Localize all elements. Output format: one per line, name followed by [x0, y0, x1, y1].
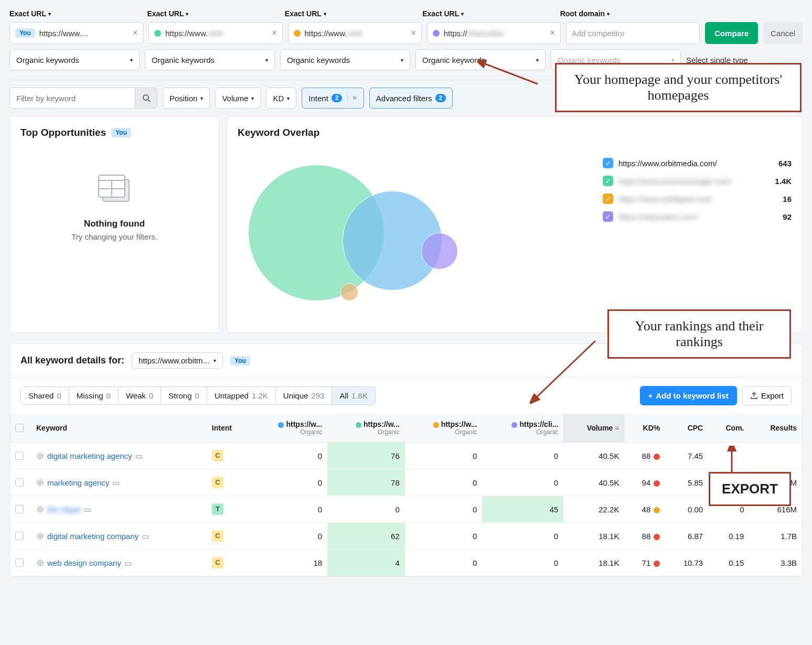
filter-keyword-input[interactable] — [9, 88, 135, 109]
url-type-5[interactable]: Root domain ▾ — [560, 9, 692, 18]
competitor-input-1[interactable]: You https://www.... × — [9, 22, 143, 44]
keyword-link[interactable]: digital marketing company — [47, 532, 138, 541]
row-checkbox[interactable] — [15, 558, 24, 567]
intent-filter[interactable]: Intent 2 × — [302, 88, 364, 109]
competitor-input-4[interactable]: https://cliqstudios × — [427, 22, 561, 44]
expand-icon[interactable]: ⊕ — [36, 531, 44, 541]
results-cell — [749, 443, 802, 469]
legend-label: https://www.americaneagle.com/ — [618, 177, 755, 186]
url-type-4[interactable]: Exact URL ▾ — [422, 9, 554, 18]
tab-untapped[interactable]: Untapped 1.2K — [207, 387, 276, 404]
select-all-checkbox[interactable] — [15, 424, 24, 432]
tab-missing[interactable]: Missing 0 — [69, 387, 119, 404]
row-checkbox[interactable] — [15, 478, 24, 487]
you-badge: You — [111, 128, 131, 137]
keyword-link[interactable]: the clique — [47, 505, 81, 514]
expand-icon[interactable]: ⊕ — [36, 504, 44, 514]
row-checkbox[interactable] — [15, 505, 24, 513]
kd-filter[interactable]: KD▾ — [266, 88, 296, 109]
advanced-filter[interactable]: Advanced filters 2 — [369, 88, 453, 109]
url-text: https://www.orbit — [305, 29, 407, 38]
tab-unique[interactable]: Unique 293 — [276, 387, 333, 404]
kw-type-select-3[interactable]: Organic keywords▾ — [280, 49, 410, 70]
legend-count: 16 — [760, 195, 792, 203]
close-icon[interactable]: × — [133, 28, 137, 38]
serp-icon[interactable]: ▭ — [135, 452, 143, 460]
add-keyword-list-button[interactable]: + Add to keyword list — [640, 386, 737, 405]
col-comp-2[interactable]: https://w...Organic — [327, 414, 405, 443]
serp-icon[interactable]: ▭ — [112, 478, 120, 487]
url-type-3[interactable]: Exact URL ▾ — [285, 9, 417, 18]
legend-item[interactable]: ✓ https://www.orbitmedia.com/ 643 — [603, 154, 792, 172]
serp-icon[interactable]: ▭ — [124, 558, 132, 567]
keyword-link[interactable]: marketing agency — [47, 478, 109, 487]
rank-cell: 62 — [327, 523, 405, 550]
domain-select[interactable]: https://www.orbitm... ▾ — [132, 352, 223, 369]
tab-all[interactable]: All 1.8K — [332, 387, 375, 404]
compare-button[interactable]: Compare — [705, 22, 758, 44]
competitor-input-2[interactable]: https://www.orbit × — [148, 22, 282, 44]
cancel-button[interactable]: Cancel — [763, 22, 803, 44]
legend-checkbox[interactable]: ✓ — [603, 194, 613, 204]
expand-icon[interactable]: ⊕ — [36, 477, 44, 488]
add-competitor-input[interactable]: Add competitor — [566, 22, 700, 44]
col-volume[interactable]: Volume ≡ — [563, 414, 624, 443]
serp-icon[interactable]: ▭ — [142, 532, 149, 541]
intent-badge: C — [212, 477, 223, 488]
annotation-mid: Your rankings and their rankings — [607, 309, 791, 359]
competitor-input-3[interactable]: https://www.orbit × — [288, 22, 422, 44]
keyword-link[interactable]: web design company — [47, 558, 121, 567]
search-button[interactable] — [135, 88, 157, 109]
volume-cell: 22.2K — [563, 496, 624, 523]
legend-item[interactable]: ✓ https://www.americaneagle.com/ 1.4K — [603, 172, 792, 190]
url-type-1[interactable]: Exact URL ▾ — [9, 9, 142, 18]
legend-checkbox[interactable]: ✓ — [603, 176, 613, 186]
volume-filter[interactable]: Volume▾ — [215, 88, 261, 109]
tab-shared[interactable]: Shared 0 — [21, 387, 69, 404]
legend-checkbox[interactable]: ✓ — [603, 211, 613, 222]
filter-count-badge: 2 — [435, 94, 446, 102]
col-com[interactable]: Com. — [708, 414, 749, 443]
keyword-link[interactable]: digital marketing agency — [47, 452, 132, 460]
chevron-down-icon: ▾ — [265, 57, 268, 63]
close-icon[interactable]: × — [347, 93, 357, 103]
col-comp-1[interactable]: https://w...Organic — [250, 414, 328, 443]
kw-type-select-2[interactable]: Organic keywords▾ — [145, 49, 275, 70]
legend-item[interactable]: ✓ https://cliqstudios.com/ 92 — [603, 208, 792, 225]
legend-item[interactable]: ✓ https://www.solidigital.com/ 16 — [603, 190, 792, 208]
expand-icon[interactable]: ⊕ — [36, 450, 44, 461]
serp-icon[interactable]: ▭ — [84, 505, 91, 514]
expand-icon[interactable]: ⊕ — [36, 557, 44, 568]
close-icon[interactable]: × — [550, 28, 555, 38]
position-filter[interactable]: Position▾ — [163, 88, 210, 109]
table-row: ⊕web design company▭C1840018.1K7110.730.… — [10, 550, 802, 576]
col-keyword[interactable]: Keyword — [31, 414, 207, 443]
top-opportunities-panel: Top Opportunities You Nothing found Try … — [9, 116, 219, 333]
rank-cell: 0 — [250, 496, 328, 523]
url-type-2[interactable]: Exact URL ▾ — [147, 9, 279, 18]
export-button[interactable]: Export — [742, 386, 792, 405]
cpc-cell: 7.45 — [665, 443, 708, 469]
empty-subtitle: Try changing your filters. — [31, 232, 198, 241]
close-icon[interactable]: × — [411, 28, 415, 38]
rank-cell: 0 — [250, 469, 328, 496]
col-results[interactable]: Results — [749, 414, 802, 443]
tab-weak[interactable]: Weak 0 — [119, 387, 161, 404]
cpc-cell: 5.85 — [665, 469, 708, 496]
row-checkbox[interactable] — [15, 452, 24, 460]
col-cpc[interactable]: CPC — [665, 414, 708, 443]
venn-diagram — [238, 149, 587, 322]
col-kd[interactable]: KD% — [624, 414, 665, 443]
legend-checkbox[interactable]: ✓ — [603, 158, 613, 168]
placeholder-text: Add competitor — [572, 29, 694, 38]
col-comp-3[interactable]: https://w...Organic — [405, 414, 483, 443]
col-intent[interactable]: Intent — [207, 414, 250, 443]
rank-cell: 0 — [405, 496, 483, 523]
kw-type-select-1[interactable]: Organic keywords▾ — [9, 49, 140, 70]
col-comp-4[interactable]: https://cli...Organic — [482, 414, 563, 443]
legend-count: 643 — [760, 159, 792, 168]
tab-strong[interactable]: Strong 0 — [161, 387, 207, 404]
close-icon[interactable]: × — [272, 28, 276, 38]
legend-label: https://www.solidigital.com/ — [618, 195, 755, 203]
row-checkbox[interactable] — [15, 532, 24, 540]
